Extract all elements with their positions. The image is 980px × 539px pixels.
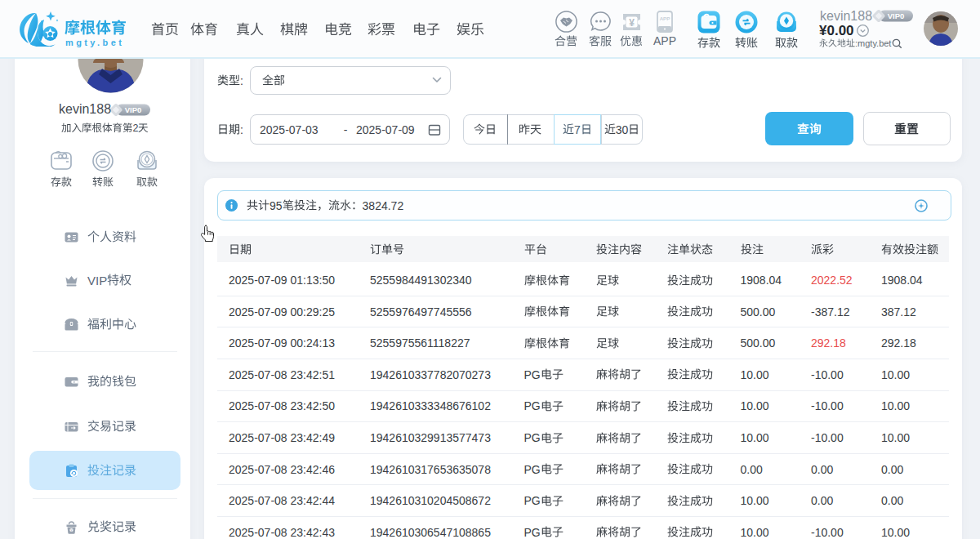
svg-text:VIP0: VIP0 — [125, 105, 142, 114]
svg-text:¥: ¥ — [629, 17, 635, 29]
svg-text:VIP0: VIP0 — [888, 11, 905, 20]
svg-text:APP: APP — [660, 16, 670, 21]
